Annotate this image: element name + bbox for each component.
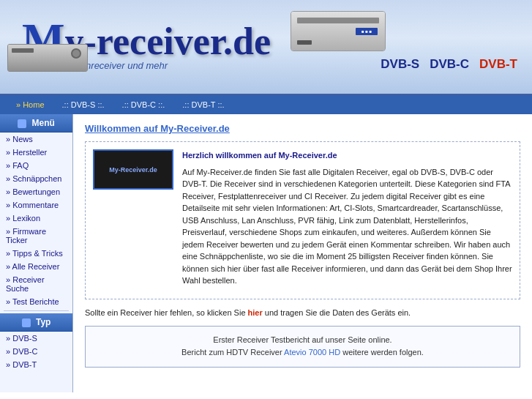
news-pre: Bericht zum HDTV Receiver bbox=[181, 348, 284, 357]
missing-pre: Sollte ein Receiver hier fehlen, so klic… bbox=[85, 308, 248, 317]
dvb-type-labels: DVB-S DVB-C DVB-T bbox=[381, 57, 517, 72]
sidebar-item-lexikon[interactable]: Lexikon bbox=[0, 212, 72, 225]
menu-section-header: Menü bbox=[0, 114, 72, 133]
sidebar-item-dvbc[interactable]: DVB-C bbox=[0, 345, 72, 358]
sidebar-item-dvbt[interactable]: DVB-T bbox=[0, 358, 72, 371]
nav-dvbt[interactable]: .:: DVB-T ::. bbox=[173, 100, 233, 109]
receiver-image-small bbox=[7, 44, 88, 72]
site-header: My-receiver.de Festplattenreceiver und m… bbox=[0, 0, 532, 95]
content-title: Willkommen auf My-Receiver.de bbox=[85, 123, 520, 134]
missing-post: und tragen Sie die Daten des Geräts ein. bbox=[263, 308, 411, 317]
missing-receiver-text: Sollte ein Receiver hier fehlen, so klic… bbox=[85, 308, 520, 317]
sidebar-item-schnappchen[interactable]: Schnäppchen bbox=[0, 172, 72, 185]
sidebar-item-kommentare[interactable]: Kommentare bbox=[0, 198, 72, 212]
sidebar-item-dvbs[interactable]: DVB-S bbox=[0, 332, 72, 345]
missing-link[interactable]: hier bbox=[248, 308, 263, 317]
menu-icon bbox=[18, 119, 26, 128]
main-content: Willkommen auf My-Receiver.de My-Receive… bbox=[73, 114, 532, 392]
sidebar-item-bewertungen[interactable]: Bewertungen bbox=[0, 185, 72, 198]
sidebar-item-news[interactable]: News bbox=[0, 133, 72, 146]
welcome-heading: Herzlich willkommen auf My-Receiver.de bbox=[182, 149, 512, 162]
sidebar-divider bbox=[4, 310, 69, 311]
sidebar-item-alle-receiver[interactable]: Alle Receiver bbox=[0, 260, 72, 273]
sidebar: Menü News Hersteller FAQ Schnäppchen Bew… bbox=[0, 114, 73, 392]
dvb-t-label: DVB-T bbox=[479, 57, 517, 72]
logo-rest: y-receiver.de bbox=[65, 20, 271, 62]
welcome-text: Herzlich willkommen auf My-Receiver.de A… bbox=[182, 149, 512, 291]
content-logo: My-Receiver.de bbox=[93, 149, 173, 190]
welcome-box: My-Receiver.de Herzlich willkommen auf M… bbox=[85, 141, 520, 299]
welcome-para1: Auf My-Receiver.de finden Sie fast alle … bbox=[182, 166, 512, 287]
navigation-bar: » Home .:: DVB-S ::. .:: DVB-C ::. .:: D… bbox=[0, 95, 532, 114]
type-section-header: Typ bbox=[0, 313, 72, 332]
sidebar-item-test-berichte[interactable]: Test Berichte bbox=[0, 295, 72, 308]
sidebar-item-tipps[interactable]: Tipps & Tricks bbox=[0, 247, 72, 260]
dvb-s-label: DVB-S bbox=[381, 57, 419, 72]
sidebar-item-faq[interactable]: FAQ bbox=[0, 159, 72, 172]
dvb-c-label: DVB-C bbox=[430, 57, 469, 72]
nav-dvbs[interactable]: .:: DVB-S ::. bbox=[53, 100, 113, 109]
receiver-image-large: ■ ■ ■ bbox=[291, 11, 386, 51]
news-box: Erster Receiver Testbericht auf unser Se… bbox=[85, 326, 520, 368]
nav-home[interactable]: » Home bbox=[7, 100, 53, 109]
type-icon bbox=[22, 318, 31, 327]
sidebar-item-firmware[interactable]: Firmware Ticker bbox=[0, 225, 72, 247]
nav-dvbc[interactable]: .:: DVB-C ::. bbox=[113, 100, 174, 109]
main-layout: Menü News Hersteller FAQ Schnäppchen Bew… bbox=[0, 114, 532, 392]
news-line1: Erster Receiver Testbericht auf unser Se… bbox=[93, 334, 512, 347]
sidebar-item-receiver-suche[interactable]: Receiver Suche bbox=[0, 273, 72, 295]
sidebar-item-hersteller[interactable]: Hersteller bbox=[0, 146, 72, 159]
atevio-link[interactable]: Atevio 7000 HD bbox=[284, 348, 340, 357]
news-post: weitere werden folgen. bbox=[340, 348, 424, 357]
news-line2: Bericht zum HDTV Receiver Atevio 7000 HD… bbox=[93, 346, 512, 359]
